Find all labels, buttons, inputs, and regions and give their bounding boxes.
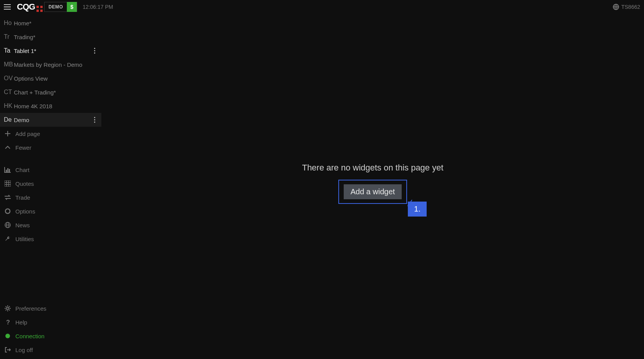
logo-text: CQG (17, 2, 35, 12)
logoff-label: Log off (15, 347, 33, 353)
logo-mark-icon (36, 6, 39, 8)
help-icon: ? (4, 319, 12, 325)
globe-icon (613, 4, 619, 10)
page-abbrev: OV (4, 75, 14, 82)
add-page-button[interactable]: Add page (0, 127, 101, 141)
page-item[interactable]: CTChart + Trading* (0, 85, 101, 99)
preferences-label: Preferences (15, 305, 46, 312)
add-widget-button[interactable]: Add a widget (344, 184, 402, 199)
logout-icon (4, 347, 12, 353)
demo-badge[interactable]: DEMO $ (44, 2, 77, 12)
tool-label: Utilities (15, 236, 34, 242)
tool-label: News (15, 222, 30, 228)
page-label: Trading* (14, 34, 35, 40)
page-label: Tablet 1* (14, 48, 36, 54)
page-list: HoHome*TrTrading*TaTablet 1*MBMarkets by… (0, 16, 101, 127)
page-label: Chart + Trading* (14, 89, 56, 96)
top-bar: CQG DEMO $ 12:06:17 PM TS8662 (0, 0, 644, 14)
tool-chart[interactable]: Chart (0, 163, 101, 177)
page-item[interactable]: DeDemo (0, 113, 101, 127)
more-vertical-icon[interactable] (94, 117, 95, 123)
page-label: Demo (14, 117, 29, 123)
page-item[interactable]: MBMarkets by Region - Demo (0, 58, 101, 71)
tool-news[interactable]: News (0, 218, 101, 232)
chevron-up-icon (4, 146, 12, 149)
callout-step-1: 1. (408, 202, 427, 217)
logoff-button[interactable]: Log off (0, 343, 101, 357)
page-label: Home 4K 2018 (14, 103, 52, 109)
page-abbrev: MB (4, 61, 14, 68)
app-logo: CQG (17, 2, 39, 12)
tool-label: Options (15, 208, 35, 215)
dollar-icon: $ (67, 2, 77, 12)
page-item[interactable]: TrTrading* (0, 30, 101, 44)
svg-text:?: ? (6, 319, 10, 325)
help-label: Help (15, 319, 27, 326)
connection-status[interactable]: Connection (0, 329, 101, 343)
tool-options[interactable]: Options (0, 204, 101, 218)
tool-trade[interactable]: Trade (0, 190, 101, 204)
page-abbrev: CT (4, 89, 14, 96)
help-button[interactable]: ? Help (0, 315, 101, 329)
page-item[interactable]: TaTablet 1* (0, 44, 101, 58)
chart-icon (4, 167, 12, 173)
page-abbrev: Tr (4, 33, 14, 40)
tool-label: Quotes (15, 180, 34, 187)
page-item[interactable]: OVOptions View (0, 71, 101, 85)
sidebar: HoHome*TrTrading*TaTablet 1*MBMarkets by… (0, 14, 101, 359)
tool-quotes[interactable]: Quotes (0, 177, 101, 190)
empty-state-title: There are no widgets on this page yet (302, 163, 443, 173)
globe-icon (4, 222, 12, 228)
tool-label: Chart (15, 167, 30, 173)
empty-state: There are no widgets on this page yet Ad… (302, 163, 443, 204)
svg-rect-1 (7, 168, 8, 172)
account-badge[interactable]: TS8662 (613, 4, 640, 10)
account-id: TS8662 (621, 4, 640, 10)
status-dot-icon (4, 334, 12, 338)
gear-icon (4, 305, 12, 312)
demo-badge-text: DEMO (45, 4, 67, 10)
page-label: Markets by Region - Demo (14, 61, 82, 68)
more-vertical-icon[interactable] (94, 48, 95, 54)
sidebar-footer: Preferences ? Help Connection Log off (0, 301, 101, 359)
wrench-icon (4, 236, 12, 242)
tool-section: ChartQuotesTradeOptionsNewsUtilities (0, 163, 101, 246)
page-abbrev: Ho (4, 20, 14, 26)
circle-icon (4, 208, 12, 214)
tool-utilities[interactable]: Utilities (0, 232, 101, 246)
add-widget-highlight: Add a widget 1. (338, 180, 407, 204)
add-page-label: Add page (15, 131, 40, 137)
svg-point-3 (5, 209, 10, 213)
page-abbrev: HK (4, 103, 14, 109)
fewer-label: Fewer (15, 144, 31, 151)
grid-icon (4, 180, 12, 187)
svg-rect-2 (9, 169, 10, 172)
fewer-button[interactable]: Fewer (0, 141, 101, 154)
page-item[interactable]: HoHome* (0, 16, 101, 30)
trade-icon (4, 195, 12, 200)
page-abbrev: Ta (4, 47, 14, 54)
connection-label: Connection (15, 333, 45, 339)
svg-point-6 (7, 307, 9, 309)
page-label: Options View (14, 75, 48, 82)
clock: 12:06:17 PM (83, 4, 113, 10)
preferences-button[interactable]: Preferences (0, 301, 101, 315)
plus-icon (4, 131, 12, 136)
tool-label: Trade (15, 194, 30, 201)
page-label: Home* (14, 20, 31, 26)
svg-rect-0 (6, 170, 7, 172)
page-item[interactable]: HKHome 4K 2018 (0, 99, 101, 113)
page-abbrev: De (4, 116, 14, 123)
main-content: There are no widgets on this page yet Ad… (101, 14, 644, 359)
menu-icon[interactable] (4, 3, 12, 11)
